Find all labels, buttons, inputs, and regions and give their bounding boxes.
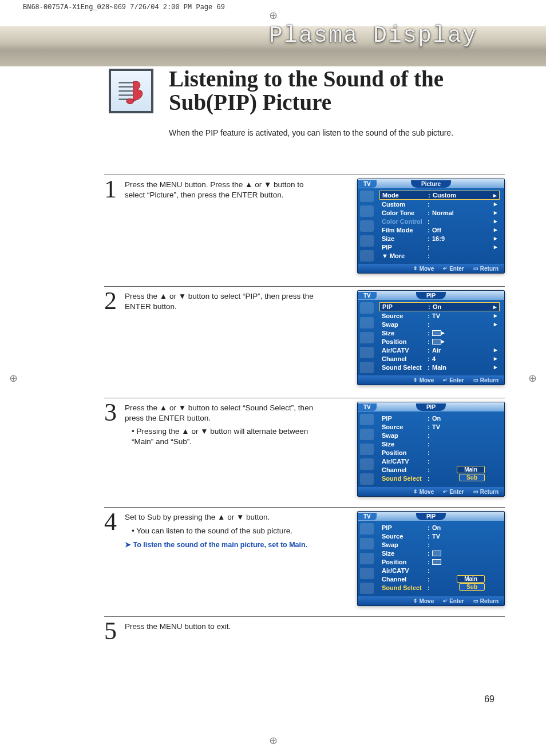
osd-row[interactable]: Sound Select:Main▸ bbox=[379, 363, 500, 371]
page-number: 69 bbox=[484, 694, 494, 704]
osd-footer: ⇕Move↵Enter▭Return bbox=[358, 596, 504, 605]
brand-title: Plasma Display bbox=[269, 23, 477, 49]
osd-row[interactable]: Custom:▸ bbox=[379, 200, 500, 208]
step-text: Set to Sub by pressing the ▲ or ▼ button… bbox=[125, 513, 270, 521]
osd-footer: ⇕Move↵Enter▭Return bbox=[358, 375, 504, 385]
osd-row[interactable]: PIP:On bbox=[379, 523, 500, 532]
step-text: Press the ▲ or ▼ button to select “Sound… bbox=[125, 403, 313, 422]
osd-row[interactable]: Swap: bbox=[379, 431, 500, 440]
osd-panel: TVPIPPIP:On▸Source:TV▸Swap:▸Size:▸Positi… bbox=[357, 290, 505, 385]
osd-row[interactable]: Mode:Custom▸ bbox=[379, 191, 500, 200]
intro-text: When the PIP feature is activated, you c… bbox=[169, 128, 507, 137]
step-bullet: Pressing the ▲ or ▼ button will alternat… bbox=[125, 426, 314, 446]
osd-tv-tab: TV bbox=[358, 513, 377, 520]
page-title-text: Listening to the Sound of the Sub(PIP) P… bbox=[169, 68, 512, 114]
osd-title: PIP bbox=[416, 403, 446, 411]
step: 4Set to Sub by pressing the ▲ or ▼ butto… bbox=[104, 507, 505, 606]
osd-row[interactable]: Position: bbox=[379, 557, 500, 566]
osd-row[interactable]: Source:TV bbox=[379, 532, 500, 540]
crop-mark-icon: ⊕ bbox=[9, 372, 18, 385]
osd-tv-tab: TV bbox=[358, 180, 377, 188]
osd-row[interactable]: Size: bbox=[379, 549, 500, 557]
step-text: Press the MENU button to exit. bbox=[125, 622, 231, 631]
option-main[interactable]: Main bbox=[457, 575, 485, 583]
step-text: Press the ▲ or ▼ button to select “PIP”,… bbox=[125, 292, 314, 311]
osd-tv-tab: TV bbox=[358, 292, 377, 299]
osd-row[interactable]: Sound Select:MainSub bbox=[379, 583, 500, 592]
option-sub[interactable]: Sub bbox=[459, 583, 485, 591]
step-note: To listen the sound of the main picture,… bbox=[125, 540, 314, 549]
osd-row[interactable]: Color Control:▸ bbox=[379, 217, 500, 225]
osd-row[interactable]: Size:16:9▸ bbox=[379, 234, 500, 243]
osd-row[interactable]: Sound Select:MainSub bbox=[379, 474, 500, 482]
osd-panel: TVPictureMode:Custom▸Custom:▸Color Tone:… bbox=[357, 179, 505, 274]
osd-row[interactable]: Channel:4▸ bbox=[379, 354, 500, 363]
option-sub[interactable]: Sub bbox=[459, 474, 485, 481]
crop-mark-icon: ⊕ bbox=[269, 9, 278, 22]
crop-mark-icon: ⊕ bbox=[528, 372, 537, 385]
step: 2Press the ▲ or ▼ button to select “PIP”… bbox=[104, 286, 505, 385]
crop-mark-icon: ⊕ bbox=[269, 734, 278, 747]
step-number: 5 bbox=[104, 620, 119, 642]
osd-tv-tab: TV bbox=[358, 403, 377, 411]
osd-row[interactable]: ▼ More: bbox=[379, 251, 500, 260]
svg-point-5 bbox=[126, 99, 134, 104]
osd-row[interactable]: Source:TV bbox=[379, 422, 500, 431]
osd-row[interactable]: Position: bbox=[379, 448, 500, 457]
osd-footer: ⇕Move↵Enter▭Return bbox=[358, 487, 504, 496]
music-note-icon bbox=[109, 69, 153, 113]
osd-row[interactable]: Position:▸ bbox=[379, 337, 500, 346]
header-banner: Plasma Display bbox=[0, 26, 546, 66]
osd-footer: ⇕Move↵Enter▭Return bbox=[358, 264, 504, 273]
osd-row[interactable]: Air/CATV: bbox=[379, 457, 500, 465]
step: 5Press the MENU button to exit. bbox=[104, 616, 505, 642]
osd-title: Picture bbox=[411, 180, 451, 188]
steps-list: 1Press the MENU button. Press the ▲ or ▼… bbox=[104, 175, 505, 650]
osd-row[interactable]: Air/CATV: bbox=[379, 566, 500, 575]
osd-row[interactable]: Swap: bbox=[379, 540, 500, 549]
step-number: 1 bbox=[104, 179, 119, 274]
osd-row[interactable]: Color Tone:Normal▸ bbox=[379, 208, 500, 217]
step-bullet: You can listen to the sound of the sub p… bbox=[125, 526, 314, 536]
osd-row[interactable]: Air/CATV:Air▸ bbox=[379, 346, 500, 354]
osd-row[interactable]: PIP:▸ bbox=[379, 243, 500, 251]
step: 3Press the ▲ or ▼ button to select “Soun… bbox=[104, 398, 505, 497]
osd-title: PIP bbox=[416, 292, 446, 299]
step-text: Press the MENU button. Press the ▲ or ▼ … bbox=[125, 180, 304, 199]
step-number: 2 bbox=[104, 290, 119, 385]
osd-row[interactable]: PIP:On bbox=[379, 414, 500, 422]
osd-row[interactable]: Swap:▸ bbox=[379, 320, 500, 328]
osd-row[interactable]: Source:TV▸ bbox=[379, 311, 500, 320]
osd-row[interactable]: Size:▸ bbox=[379, 328, 500, 337]
osd-row[interactable]: Size: bbox=[379, 440, 500, 448]
step-number: 4 bbox=[104, 511, 119, 606]
osd-row[interactable]: Film Mode:Off▸ bbox=[379, 225, 500, 234]
osd-panel: TVPIPPIP:OnSource:TVSwap:Size:Position:A… bbox=[357, 402, 505, 497]
page-title: Listening to the Sound of the Sub(PIP) P… bbox=[169, 68, 512, 114]
step-number: 3 bbox=[104, 402, 119, 497]
option-main[interactable]: Main bbox=[457, 466, 485, 473]
osd-panel: TVPIPPIP:OnSource:TVSwap:Size:Position:A… bbox=[357, 511, 505, 606]
osd-row[interactable]: PIP:On▸ bbox=[379, 302, 500, 311]
step: 1Press the MENU button. Press the ▲ or ▼… bbox=[104, 175, 505, 274]
osd-title: PIP bbox=[416, 513, 446, 520]
